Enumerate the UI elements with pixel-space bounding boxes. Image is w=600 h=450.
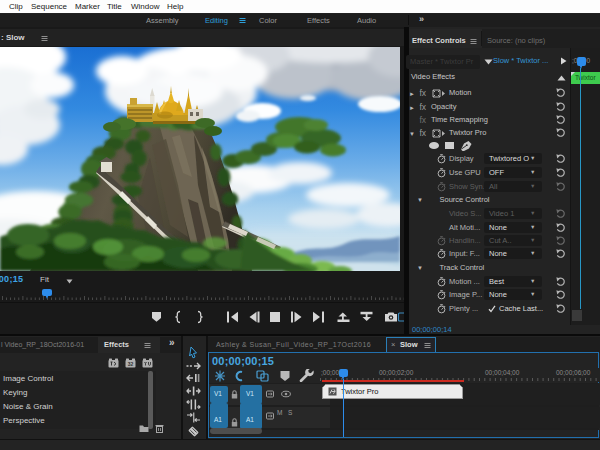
svg-text:32: 32	[128, 361, 134, 367]
